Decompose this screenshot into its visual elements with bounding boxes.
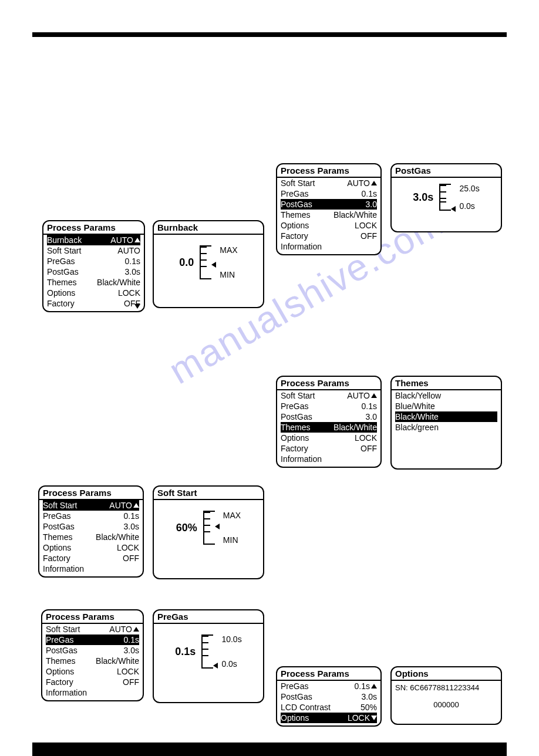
item-value: Black/White xyxy=(97,277,140,288)
list-item[interactable]: ThemesBlack/White xyxy=(47,277,140,288)
list-item[interactable]: FactoryOFF xyxy=(281,231,377,241)
list-item[interactable]: Information xyxy=(281,241,377,252)
list-item[interactable]: PreGas0.1s xyxy=(281,188,377,199)
list-item[interactable]: LCD Contrast50% xyxy=(281,702,377,713)
list-item[interactable]: PreGas0.1s xyxy=(47,256,140,266)
panel-title: Burnback xyxy=(154,221,263,235)
gauge-value: 0.1s xyxy=(175,646,196,658)
chevron-down-icon xyxy=(371,716,377,720)
list-item[interactable]: Information xyxy=(281,454,377,464)
panel-title: PreGas xyxy=(154,610,263,624)
item-value: 3.0s xyxy=(124,645,139,656)
gauge-max: 10.0s xyxy=(221,635,241,644)
item-value: 3.0s xyxy=(125,266,140,277)
item-label: Soft Start xyxy=(281,390,315,401)
item-label: LCD Contrast xyxy=(281,702,331,713)
list-item[interactable]: PostGas3.0s xyxy=(46,645,139,656)
postgas-panel: PostGas 3.0s 25.0s 0.0s xyxy=(390,163,502,232)
panel-body: BurnbackAUTOSoft StartAUTOPreGas0.1sPost… xyxy=(43,235,144,311)
list-item[interactable]: PostGas3.0s xyxy=(43,521,139,532)
burnback-panel: Burnback 0.0 MAX MIN xyxy=(153,220,264,308)
item-value: LOCK xyxy=(117,542,139,553)
item-label: Factory xyxy=(43,553,70,563)
list-item[interactable]: OptionsLOCK xyxy=(281,433,377,443)
list-item[interactable]: OptionsLOCK xyxy=(47,288,140,298)
item-label: PostGas xyxy=(281,691,312,702)
panel-title: Themes xyxy=(392,377,501,390)
list-item[interactable]: FactoryOFF xyxy=(281,443,377,454)
item-value: 3.0 xyxy=(366,411,377,422)
gauge-scale xyxy=(200,245,211,279)
list-item[interactable]: Soft StartAUTO xyxy=(281,390,377,401)
gauge-value: 3.0s xyxy=(413,191,433,204)
list-item[interactable]: ThemesBlack/White xyxy=(281,422,377,433)
item-label: Themes xyxy=(281,210,311,220)
item-label: PostGas xyxy=(281,411,312,422)
options-code: 000000 xyxy=(395,700,497,709)
item-label: Options xyxy=(43,542,71,553)
item-value: 0.1s xyxy=(362,188,377,199)
item-label: Themes xyxy=(46,656,76,666)
list-item[interactable]: FactoryOFF xyxy=(43,553,139,563)
list-item[interactable]: FactoryOFF xyxy=(46,677,139,687)
options-body: SN: 6C66778811223344 000000 xyxy=(392,681,501,711)
chevron-up-icon xyxy=(371,684,377,689)
list-item[interactable]: OptionsLOCK xyxy=(281,220,377,231)
list-item[interactable]: Soft StartAUTO xyxy=(281,178,377,188)
item-label: Options xyxy=(281,433,309,443)
chevron-up-icon xyxy=(133,627,139,632)
page: manualshive.com Process Params BurnbackA… xyxy=(0,32,539,756)
gauge-labels: MAX MIN xyxy=(223,511,241,545)
item-value: 3.0 xyxy=(366,199,377,210)
theme-item[interactable]: Blue/White xyxy=(395,401,497,411)
list-item[interactable]: Soft StartAUTO xyxy=(43,500,139,511)
chevron-up-icon xyxy=(371,181,377,185)
list-item[interactable]: Soft StartAUTO xyxy=(46,624,139,635)
list-item[interactable]: Soft StartAUTO xyxy=(47,245,140,256)
item-label: Information xyxy=(46,687,87,698)
gauge-labels: 25.0s 0.0s xyxy=(459,184,479,211)
list-item[interactable]: OptionsLOCK xyxy=(281,713,377,723)
item-label: PostGas xyxy=(46,645,78,656)
themes-panel: Themes Black/YellowBlue/WhiteBlack/White… xyxy=(390,376,502,470)
item-label: PostGas xyxy=(43,521,75,532)
list-item[interactable]: PostGas3.0s xyxy=(281,691,377,702)
process-params-panel-5: Process Params Soft StartAUTOPreGas0.1sP… xyxy=(41,609,144,701)
gauge-min: 0.0s xyxy=(459,201,479,211)
list-item[interactable]: OptionsLOCK xyxy=(43,542,139,553)
list-item[interactable]: PreGas0.1s xyxy=(281,681,377,691)
process-params-panel-6: Process Params PreGas0.1sPostGas3.0sLCD … xyxy=(276,666,382,727)
list-item[interactable]: ThemesBlack/White xyxy=(43,532,139,542)
item-value: 3.0s xyxy=(362,691,377,702)
item-label: Themes xyxy=(281,422,311,433)
list-item[interactable]: Information xyxy=(43,563,139,574)
item-label: Soft Start xyxy=(46,624,80,635)
panel-title: Process Params xyxy=(43,221,144,235)
list-item[interactable]: ThemesBlack/White xyxy=(46,656,139,666)
list-item[interactable]: PostGas3.0 xyxy=(281,199,377,210)
list-item[interactable]: PreGas0.1s xyxy=(281,401,377,411)
item-label: Soft Start xyxy=(281,178,315,188)
panel-body: Black/YellowBlue/WhiteBlack/WhiteBlack/g… xyxy=(392,390,501,435)
theme-item[interactable]: Black/green xyxy=(395,422,497,433)
softstart-panel: Soft Start 60% MAX MIN xyxy=(153,485,264,579)
gauge: 0.0 MAX MIN xyxy=(154,235,263,290)
bottom-bar xyxy=(32,743,507,756)
list-item[interactable]: FactoryOFF xyxy=(47,298,140,309)
item-label: Options xyxy=(281,220,309,231)
list-item[interactable]: ThemesBlack/White xyxy=(281,210,377,220)
theme-item[interactable]: Black/Yellow xyxy=(395,390,497,401)
list-item[interactable]: PreGas0.1s xyxy=(46,635,139,645)
list-item[interactable]: PreGas0.1s xyxy=(43,511,139,521)
item-label: Factory xyxy=(281,231,308,241)
list-item[interactable]: Information xyxy=(46,687,139,698)
list-item[interactable]: BurnbackAUTO xyxy=(47,235,140,245)
list-item[interactable]: PostGas3.0 xyxy=(281,411,377,422)
theme-item[interactable]: Black/White xyxy=(395,411,497,422)
gauge: 3.0s 25.0s 0.0s xyxy=(392,178,501,217)
item-value: LOCK xyxy=(118,288,140,298)
item-label: Themes xyxy=(47,277,77,288)
item-value: AUTO xyxy=(347,390,377,401)
list-item[interactable]: OptionsLOCK xyxy=(46,666,139,677)
list-item[interactable]: PostGas3.0s xyxy=(47,266,140,277)
